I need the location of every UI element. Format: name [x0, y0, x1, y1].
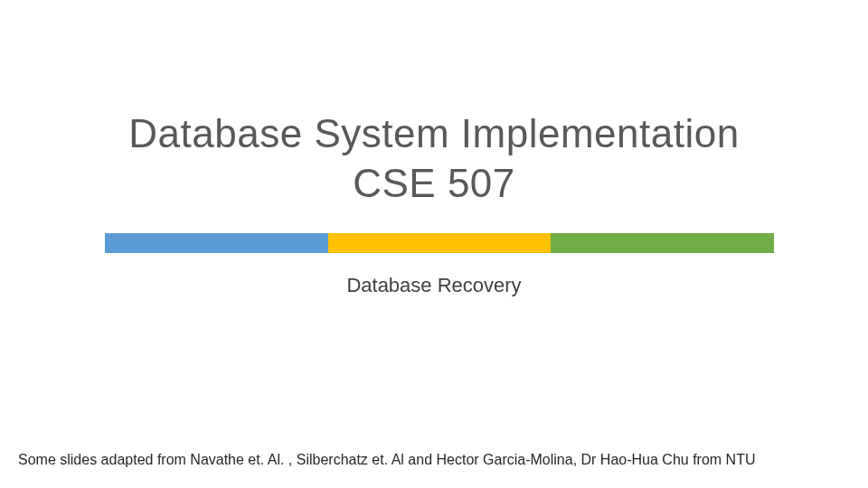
bar-segment-blue	[105, 233, 328, 253]
subtitle: Database Recovery	[0, 274, 868, 297]
divider-bar	[105, 233, 774, 253]
footer-credit: Some slides adapted from Navathe et. Al.…	[18, 452, 850, 468]
bar-segment-yellow	[328, 233, 552, 253]
bar-segment-green	[551, 233, 774, 253]
title-line-1: Database System Implementation	[0, 108, 868, 158]
title-block: Database System Implementation CSE 507	[0, 108, 868, 208]
slide: Database System Implementation CSE 507 D…	[0, 0, 868, 488]
title-line-2: CSE 507	[0, 158, 868, 208]
